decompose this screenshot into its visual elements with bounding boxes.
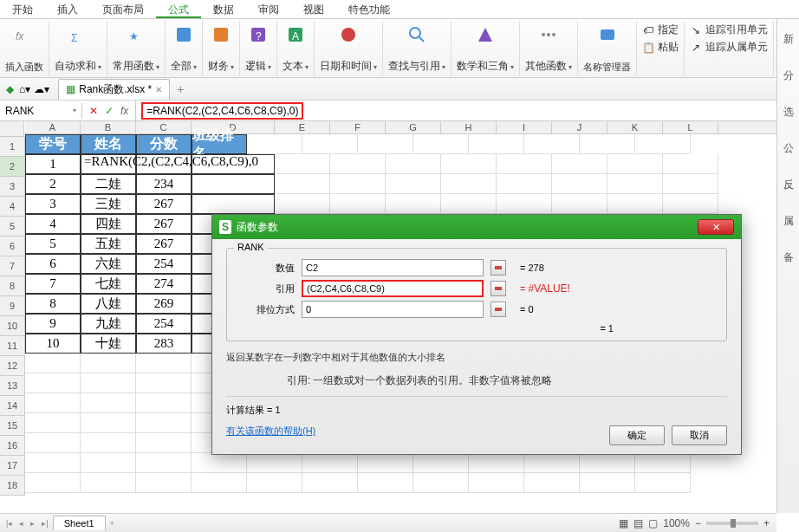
accept-formula-icon[interactable]: ✓ <box>105 105 114 117</box>
sidebar-select[interactable]: 选 <box>783 105 794 120</box>
ok-button[interactable]: 确定 <box>609 425 665 445</box>
empty-cell[interactable] <box>81 354 136 373</box>
insert-function-button[interactable]: fx 插入函数 <box>0 21 49 75</box>
table-data-cell[interactable]: 4 <box>25 214 81 234</box>
tab-layout[interactable]: 页面布局 <box>90 0 156 18</box>
table-data-cell[interactable]: 七娃 <box>81 274 136 294</box>
sidebar-analyze[interactable]: 分 <box>783 68 794 83</box>
tab-insert[interactable]: 插入 <box>45 0 90 18</box>
table-data-cell[interactable] <box>192 174 275 194</box>
empty-cell[interactable] <box>25 354 81 373</box>
sidebar-formula[interactable]: 公 <box>783 141 794 156</box>
zoom-in-button[interactable]: + <box>763 517 770 529</box>
math-fn-button[interactable]: 数学和三角▾ <box>451 21 520 75</box>
sidebar-props[interactable]: 属 <box>783 214 794 229</box>
empty-cell[interactable] <box>386 194 441 214</box>
empty-cell[interactable] <box>358 453 413 473</box>
table-data-cell[interactable]: 九娃 <box>81 314 136 334</box>
empty-cell[interactable] <box>25 473 81 493</box>
empty-cell[interactable] <box>469 453 524 473</box>
zoom-slider[interactable] <box>706 522 758 525</box>
table-data-cell[interactable]: 八娃 <box>81 294 136 314</box>
empty-cell[interactable] <box>81 453 136 473</box>
sheet-tab[interactable]: Sheet1 <box>53 516 106 530</box>
empty-cell[interactable] <box>25 373 81 393</box>
col-header[interactable]: H <box>441 121 497 133</box>
col-header[interactable]: A <box>25 121 81 133</box>
fx-small-icon[interactable]: fx <box>120 105 128 117</box>
row-header[interactable]: 2 <box>0 157 24 177</box>
table-data-cell[interactable]: 274 <box>136 274 192 294</box>
empty-cell[interactable] <box>635 473 691 493</box>
editing-cell-overlay[interactable]: =RANK(C2,(C2,C4,C6,C8,C9),0 <box>81 154 258 169</box>
finance-fn-button[interactable]: 财务▾ <box>203 21 240 75</box>
add-sheet-button[interactable]: + <box>107 519 117 528</box>
table-data-cell[interactable]: 1 <box>25 154 81 174</box>
row-header[interactable]: 7 <box>0 256 24 276</box>
empty-cell[interactable] <box>413 134 469 154</box>
table-data-cell[interactable]: 7 <box>25 274 81 294</box>
dialog-close-button[interactable]: ✕ <box>698 219 734 235</box>
tab-formula[interactable]: 公式 <box>156 0 201 18</box>
empty-cell[interactable] <box>81 413 136 433</box>
empty-cell[interactable] <box>607 194 663 214</box>
empty-cell[interactable] <box>275 194 330 214</box>
col-header[interactable]: E <box>275 121 330 133</box>
param1-input[interactable] <box>302 259 484 276</box>
empty-cell[interactable] <box>81 393 136 413</box>
empty-cell[interactable] <box>607 174 663 194</box>
col-header[interactable]: K <box>607 121 663 133</box>
empty-cell[interactable] <box>136 413 192 433</box>
param3-collapse-button[interactable] <box>490 302 506 317</box>
empty-cell[interactable] <box>247 473 302 493</box>
sheet-first-button[interactable]: |◂ <box>3 519 15 528</box>
empty-cell[interactable] <box>386 154 441 174</box>
other-fn-button[interactable]: 其他函数▾ <box>520 21 578 75</box>
empty-cell[interactable] <box>136 473 192 493</box>
empty-cell[interactable] <box>441 194 497 214</box>
table-data-cell[interactable]: 267 <box>136 234 192 254</box>
row-header[interactable]: 8 <box>0 276 24 296</box>
cloud-icon[interactable]: ☁▾ <box>34 83 49 95</box>
text-fn-button[interactable]: A 文本▾ <box>277 21 315 75</box>
row-header[interactable]: 11 <box>0 336 24 356</box>
empty-cell[interactable] <box>552 194 607 214</box>
row-header[interactable]: 6 <box>0 237 24 256</box>
table-header-cell[interactable]: 姓名 <box>81 134 136 154</box>
tab-review[interactable]: 审阅 <box>246 0 291 18</box>
table-data-cell[interactable]: 9 <box>25 314 81 334</box>
table-data-cell[interactable]: 三娃 <box>81 194 136 214</box>
empty-cell[interactable] <box>663 174 718 194</box>
empty-cell[interactable] <box>81 433 136 453</box>
empty-cell[interactable] <box>81 473 136 493</box>
table-data-cell[interactable]: 五娃 <box>81 234 136 254</box>
empty-cell[interactable] <box>192 473 247 493</box>
empty-cell[interactable] <box>275 154 330 174</box>
table-data-cell[interactable]: 8 <box>25 294 81 314</box>
view-page-icon[interactable]: ▤ <box>633 517 643 529</box>
table-data-cell[interactable]: 6 <box>25 254 81 274</box>
empty-cell[interactable] <box>580 134 635 154</box>
row-header[interactable]: 15 <box>0 416 24 436</box>
empty-cell[interactable] <box>469 473 524 493</box>
view-normal-icon[interactable]: ▦ <box>619 517 628 529</box>
table-data-cell[interactable]: 六娃 <box>81 254 136 274</box>
col-header[interactable]: B <box>81 121 136 133</box>
empty-cell[interactable] <box>497 194 552 214</box>
empty-cell[interactable] <box>330 174 386 194</box>
row-header[interactable]: 9 <box>0 296 24 316</box>
all-fn-button[interactable]: 全部▾ <box>166 21 203 75</box>
empty-cell[interactable] <box>25 413 81 433</box>
col-header[interactable]: J <box>552 121 607 133</box>
row-header[interactable]: 12 <box>0 356 24 376</box>
sidebar-feedback[interactable]: 反 <box>783 178 794 192</box>
trace-dependents-button[interactable]: ↗追踪从属单元 <box>690 40 768 55</box>
select-all-corner[interactable] <box>0 121 24 137</box>
empty-cell[interactable] <box>607 154 663 174</box>
row-header[interactable]: 14 <box>0 396 24 416</box>
trace-precedents-button[interactable]: ↘追踪引用单元 <box>690 23 768 37</box>
row-header[interactable]: 3 <box>0 177 24 197</box>
tab-view[interactable]: 视图 <box>291 0 336 18</box>
empty-cell[interactable] <box>302 473 358 493</box>
row-header[interactable]: 4 <box>0 197 24 217</box>
